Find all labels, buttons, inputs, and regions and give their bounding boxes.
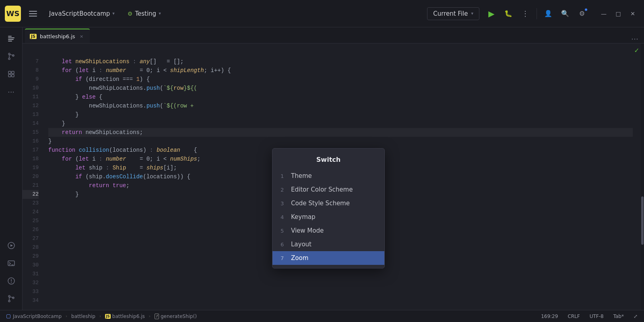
status-breadcrumb-area: JavaScriptBootcamp › battleship › JS bat…: [5, 313, 198, 320]
svg-marker-12: [10, 244, 13, 247]
chevron-down-icon: ▾: [112, 11, 115, 16]
indent-type[interactable]: Tab*: [612, 313, 625, 320]
code-line: }: [48, 119, 633, 128]
svg-rect-7: [8, 71, 11, 74]
settings-button[interactable]: ⚙: [575, 6, 589, 21]
code-line: }: [48, 137, 633, 146]
menu-item-label: Layout: [291, 241, 312, 248]
code-line: let newShipLocations : any[] = [];: [48, 57, 633, 66]
activity-explorer[interactable]: [3, 31, 19, 47]
current-file-selector[interactable]: Current File ▾: [427, 7, 479, 20]
menu-item-zoom[interactable]: 7 Zoom: [272, 251, 384, 265]
code-line: }: [48, 110, 633, 119]
switch-menu: Switch 1 Theme 2 Editor Color Scheme 3 C…: [272, 148, 385, 268]
run-button[interactable]: ▶: [484, 6, 499, 21]
breadcrumb: JavaScriptBootcamp › battleship › JS bat…: [5, 313, 198, 320]
activity-plugins[interactable]: [3, 66, 19, 82]
title-bar: WS JavaScriptBootcamp ▾ ⚙ Testing ▾ Curr…: [0, 0, 644, 27]
editor-content[interactable]: 7 8 9 10 11 12 13 14 15 16 17 18 19 20 2…: [23, 43, 644, 310]
search-button[interactable]: 🔍: [558, 6, 572, 21]
line-numbers: 7 8 9 10 11 12 13 14 15 16 17 18 19 20 2…: [23, 43, 45, 310]
menu-item-label: Editor Color Scheme: [291, 186, 353, 193]
hamburger-button[interactable]: [26, 6, 40, 21]
js-icon: JS: [105, 314, 111, 319]
tab-battleship6[interactable]: JS battleship6.js ×: [25, 29, 90, 43]
code-line: } else {: [48, 93, 633, 101]
menu-item-theme[interactable]: 1 Theme: [272, 169, 384, 183]
title-actions: ▶ 🐛 ⋮ 👤 🔍 ⚙: [484, 6, 589, 21]
switch-menu-title: Switch: [272, 152, 384, 169]
menu-item-code-style-scheme[interactable]: 3 Code Style Scheme: [272, 196, 384, 210]
restore-button[interactable]: □: [612, 8, 625, 19]
breadcrumb-separator: ›: [66, 314, 67, 318]
expand-icon[interactable]: ⤢: [632, 313, 639, 320]
svg-point-17: [8, 300, 10, 302]
status-bar: JavaScriptBootcamp › battleship › JS bat…: [0, 310, 644, 322]
menu-item-label: Zoom: [291, 254, 308, 262]
run-config-selector[interactable]: ⚙ Testing ▾: [124, 8, 165, 19]
chevron-down-icon: ▾: [159, 11, 161, 16]
editor-container: JS battleship6.js × ⋯ 7 8 9 10 11 12 13 …: [23, 27, 644, 310]
activity-terminal[interactable]: [3, 255, 19, 271]
svg-rect-9: [8, 74, 11, 77]
js-tab-icon: JS: [30, 34, 37, 39]
breadcrumb-separator: ›: [149, 314, 151, 318]
chevron-down-icon: ▾: [471, 11, 473, 16]
svg-rect-2: [8, 39, 14, 40]
code-line: [48, 48, 633, 57]
project-name: JavaScriptBootcamp: [49, 10, 110, 17]
more-actions-button[interactable]: ⋮: [518, 6, 533, 21]
main-layout: ···: [0, 27, 644, 310]
minimize-button[interactable]: —: [597, 8, 610, 19]
breadcrumb-function[interactable]: f generateShip(): [153, 313, 198, 320]
tabs-more[interactable]: ⋯: [628, 35, 642, 43]
code-line: newShipLocations.push(`${row}${(: [48, 84, 633, 93]
tab-close-button[interactable]: ×: [78, 33, 85, 39]
svg-rect-8: [12, 71, 14, 74]
menu-item-label: Code Style Scheme: [291, 200, 350, 207]
activity-bar: ···: [0, 27, 23, 310]
app-logo: WS: [5, 6, 21, 22]
debug-button[interactable]: 🐛: [501, 6, 516, 21]
scrollbar-thumb[interactable]: [641, 196, 644, 245]
menu-item-keymap[interactable]: 4 Keymap: [272, 210, 384, 224]
project-selector[interactable]: JavaScriptBootcamp ▾: [45, 8, 119, 19]
activity-git-bottom[interactable]: [3, 291, 19, 307]
encoding[interactable]: UTF-8: [588, 313, 605, 320]
right-gutter: ✓: [633, 43, 641, 310]
run-icon: ⚙: [128, 10, 133, 17]
breadcrumb-file[interactable]: JS battleship6.js: [103, 313, 147, 320]
tabs-area: JS battleship6.js × ⋯: [23, 27, 644, 43]
svg-rect-10: [12, 74, 14, 77]
svg-point-15: [11, 282, 12, 283]
menu-item-editor-color-scheme[interactable]: 2 Editor Color Scheme: [272, 183, 384, 196]
menu-item-layout[interactable]: 6 Layout: [272, 237, 384, 251]
close-button[interactable]: ✕: [626, 8, 639, 19]
line-ending[interactable]: CRLF: [566, 313, 581, 320]
scrollbar[interactable]: [641, 43, 644, 310]
breadcrumb-folder[interactable]: battleship: [70, 313, 97, 320]
activity-git[interactable]: [3, 48, 19, 64]
code-line: if (direction === 1) {: [48, 75, 633, 84]
activity-more[interactable]: ···: [3, 84, 19, 100]
current-file-label: Current File: [433, 10, 468, 17]
profile-button[interactable]: 👤: [541, 6, 555, 21]
svg-rect-3: [8, 41, 12, 41]
svg-point-5: [8, 58, 10, 60]
activity-problems[interactable]: [3, 273, 19, 289]
menu-item-view-mode[interactable]: 5 View Mode: [272, 224, 384, 237]
activity-run[interactable]: [3, 237, 19, 254]
breadcrumb-separator: ›: [99, 314, 101, 318]
check-icon: ✓: [634, 47, 639, 54]
code-line: return newShipLocations;: [48, 128, 633, 137]
breadcrumb-project[interactable]: JavaScriptBootcamp: [5, 313, 63, 320]
cursor-position[interactable]: 169:29: [539, 313, 559, 320]
svg-rect-1: [8, 37, 14, 38]
menu-item-label: Theme: [291, 172, 312, 180]
run-config-name: Testing: [135, 10, 156, 17]
code-line: newShipLocations.push(`${(row +: [48, 101, 633, 110]
svg-rect-0: [8, 36, 12, 37]
menu-item-label: View Mode: [291, 227, 324, 234]
tab-label: battleship6.js: [40, 33, 75, 39]
function-icon: f: [155, 314, 159, 319]
